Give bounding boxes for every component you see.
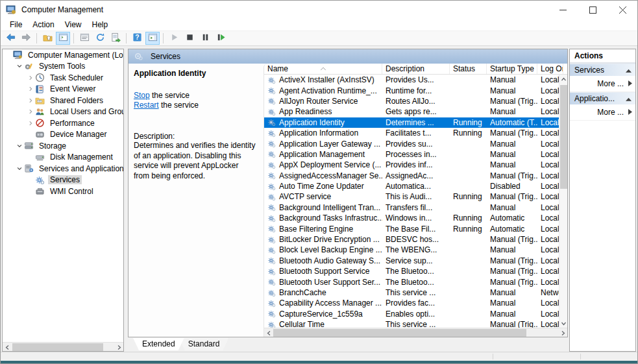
- actions-section-applicatio[interactable]: Applicatio...: [570, 92, 635, 104]
- tree-item-services[interactable]: Services: [3, 175, 123, 186]
- service-row-auto-time-zone-updater[interactable]: Auto Time Zone UpdaterAutomatica...Disab…: [264, 181, 567, 191]
- service-row-application-identity[interactable]: Application IdentityDetermines ...Runnin…: [264, 117, 567, 128]
- restart-service-link[interactable]: Restart: [134, 101, 159, 110]
- service-row-application-layer-gateway[interactable]: Application Layer Gateway ...Provides su…: [264, 138, 567, 149]
- scroll-right-icon[interactable]: [558, 328, 567, 337]
- scroll-left-icon[interactable]: [3, 343, 12, 352]
- service-row-bitlocker-drive-encryption[interactable]: BitLocker Drive Encryption ...BDESVC hos…: [264, 234, 567, 245]
- service-startup-type: Manual: [487, 245, 537, 254]
- service-row-agent-activation-runtime[interactable]: Agent Activation Runtime_...Runtime for.…: [264, 85, 567, 95]
- column-header-name[interactable]: Name: [264, 64, 382, 74]
- list-vertical-scrollbar[interactable]: [559, 75, 567, 328]
- list-scroll-thumb[interactable]: [273, 329, 526, 337]
- service-row-branchcache[interactable]: BranchCacheThis service ...ManualNetwo: [264, 287, 567, 298]
- service-row-alljoyn-router-service[interactable]: AllJoyn Router ServiceRoutes AllJo...Man…: [264, 96, 567, 106]
- actions-more-item[interactable]: More ...: [570, 104, 635, 121]
- service-row-bluetooth-audio-gateway-s[interactable]: Bluetooth Audio Gateway S...Service sup.…: [264, 256, 567, 266]
- scroll-up-icon[interactable]: [559, 75, 567, 84]
- tree-item-task-scheduler[interactable]: Task Scheduler: [3, 72, 123, 84]
- actions-more-item[interactable]: More ...: [570, 76, 635, 92]
- tree-item-wmi-control[interactable]: WMI Control: [3, 186, 123, 197]
- service-row-avctp-service[interactable]: AVCTP serviceThis is Audi...RunningManua…: [264, 191, 567, 202]
- stop-service-button[interactable]: [182, 32, 197, 45]
- tree-item-computer-management-local[interactable]: Computer Management (Local): [3, 49, 123, 61]
- service-row-captureservice-1c559a[interactable]: CaptureService_1c559aEnables opti...Manu…: [264, 309, 567, 319]
- column-header-startup-type[interactable]: Startup Type: [487, 64, 537, 74]
- menu-view[interactable]: View: [60, 19, 87, 30]
- up-one-level-button[interactable]: [40, 32, 55, 45]
- tree-collapsed-icon[interactable]: [26, 107, 35, 116]
- service-row-activex-installer-axinstsv[interactable]: ActiveX Installer (AxInstSV)Provides Us.…: [264, 75, 567, 85]
- tree-scroll-thumb[interactable]: [12, 343, 103, 351]
- menu-action[interactable]: Action: [27, 19, 59, 30]
- scroll-right-icon[interactable]: [114, 343, 123, 352]
- menu-file[interactable]: File: [5, 19, 27, 30]
- maximize-button[interactable]: [578, 1, 607, 19]
- column-header-log-on-as[interactable]: Log On As: [537, 64, 563, 74]
- service-row-assignedaccessmanager-se[interactable]: AssignedAccessManager Se...AssignedAc...…: [264, 171, 567, 181]
- tree-item-event-viewer[interactable]: Event Viewer: [3, 84, 123, 95]
- start-service-button[interactable]: [167, 32, 181, 45]
- tree-item-shared-folders[interactable]: 23Shared Folders: [3, 95, 123, 106]
- tree-item-label: Storage: [37, 141, 68, 151]
- stop-service-link[interactable]: Stop: [134, 91, 150, 100]
- tree-expanded-icon[interactable]: [15, 164, 24, 173]
- service-row-application-information[interactable]: Application InformationFacilitates t...R…: [264, 128, 567, 138]
- menu-help[interactable]: Help: [87, 19, 114, 30]
- service-row-background-tasks-infrastruc[interactable]: Background Tasks Infrastruc...Windows in…: [264, 213, 567, 223]
- tree-item-services-and-applications[interactable]: Services and Applications: [3, 163, 123, 175]
- service-gear-icon: [267, 118, 277, 127]
- column-header-description[interactable]: Description: [382, 64, 450, 74]
- toolbar-separator: [126, 33, 127, 43]
- actions-section-services[interactable]: Services: [570, 64, 635, 76]
- properties-button[interactable]: [77, 32, 92, 45]
- help-button[interactable]: ?: [130, 32, 144, 45]
- show-hide-console-tree-button[interactable]: [56, 32, 70, 45]
- tree-item-label: Shared Folders: [48, 96, 105, 105]
- scroll-left-icon[interactable]: [264, 328, 273, 337]
- show-hide-action-pane-button[interactable]: [145, 32, 160, 45]
- column-header-status[interactable]: Status: [450, 64, 487, 74]
- service-row-base-filtering-engine[interactable]: Base Filtering EngineThe Base Fil...Runn…: [264, 223, 567, 234]
- list-horizontal-scrollbar[interactable]: [264, 328, 567, 337]
- restart-service-button[interactable]: [214, 32, 228, 45]
- tab-standard[interactable]: Standard: [179, 338, 229, 350]
- refresh-button[interactable]: [93, 32, 107, 45]
- service-row-background-intelligent-tran[interactable]: Background Intelligent Tran...Transfers …: [264, 202, 567, 213]
- service-row-application-management[interactable]: Application ManagementProcesses in...Man…: [264, 149, 567, 160]
- service-name: Application Identity: [279, 118, 345, 127]
- tree-item-disk-management[interactable]: Disk Management: [3, 152, 123, 164]
- minimize-button[interactable]: [548, 1, 578, 19]
- tree-item-performance[interactable]: Performance: [3, 117, 123, 129]
- service-name: AllJoyn Router Service: [279, 97, 358, 106]
- tree-horizontal-scrollbar[interactable]: [3, 342, 123, 351]
- back-button[interactable]: [3, 32, 18, 45]
- service-row-app-readiness[interactable]: App ReadinessGets apps re...ManualLocal: [264, 106, 567, 117]
- tree-item-device-manager[interactable]: Device Manager: [3, 129, 123, 141]
- close-button[interactable]: [607, 1, 637, 19]
- forward-button[interactable]: [19, 32, 33, 45]
- tree-collapsed-icon[interactable]: [26, 119, 35, 128]
- tree-expanded-icon[interactable]: [15, 62, 24, 71]
- view-tabs: ExtendedStandard: [128, 337, 568, 352]
- service-row-bluetooth-support-service[interactable]: Bluetooth Support ServiceThe Bluetoo...M…: [264, 266, 567, 276]
- tree-item-system-tools[interactable]: System Tools: [3, 61, 123, 73]
- export-list-button[interactable]: [108, 32, 123, 45]
- extended-view-body: Application Identity Stop the service Re…: [129, 64, 567, 337]
- list-vertical-scroll-thumb[interactable]: [560, 85, 567, 189]
- tree-item-storage[interactable]: Storage: [3, 140, 123, 152]
- tree-expanded-icon[interactable]: [15, 141, 24, 151]
- service-name-cell: ActiveX Installer (AxInstSV): [264, 75, 382, 84]
- service-row-capability-access-manager[interactable]: Capability Access Manager ...Provides fa…: [264, 298, 567, 308]
- statusbar-divider: [580, 354, 581, 359]
- tree-collapsed-icon[interactable]: [26, 84, 35, 93]
- service-row-appx-deployment-service[interactable]: AppX Deployment Service (...Provides inf…: [264, 160, 567, 170]
- scroll-down-icon[interactable]: [559, 319, 567, 328]
- tree-collapsed-icon[interactable]: [26, 73, 35, 82]
- service-row-block-level-backup-engine[interactable]: Block Level Backup Engine ...The WBENG..…: [264, 245, 567, 255]
- tree-item-local-users-and-groups[interactable]: Local Users and Groups: [3, 106, 123, 118]
- tab-extended[interactable]: Extended: [133, 338, 184, 350]
- service-row-bluetooth-user-support-ser[interactable]: Bluetooth User Support Ser...The Bluetoo…: [264, 276, 567, 287]
- tree-collapsed-icon[interactable]: [26, 96, 35, 105]
- pause-service-button[interactable]: [198, 32, 212, 45]
